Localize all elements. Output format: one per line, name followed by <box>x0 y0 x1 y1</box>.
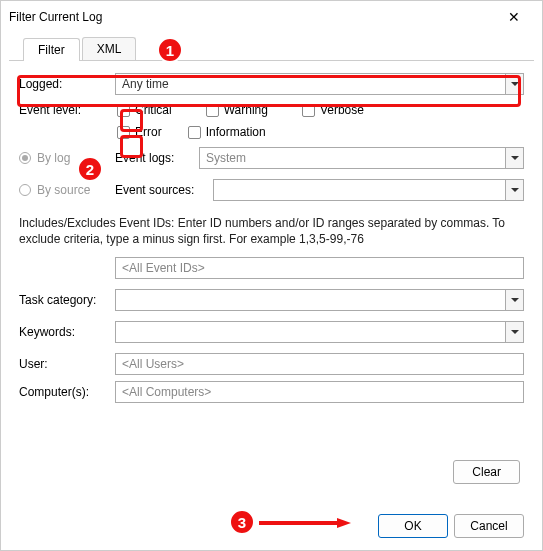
dialog-window: 1 2 3 Filter Current Log ✕ Filter XML Lo… <box>0 0 543 551</box>
radio-by-source: By source <box>19 183 115 197</box>
event-sources-drop-btn[interactable] <box>505 180 523 200</box>
label-computers: Computer(s): <box>19 385 115 399</box>
task-category-drop-btn[interactable] <box>505 290 523 310</box>
event-logs-select[interactable]: System <box>199 147 524 169</box>
checkbox-icon <box>117 104 130 117</box>
checkbox-label: Information <box>206 125 266 139</box>
annotation-badge-3: 3 <box>229 509 255 535</box>
label-event-logs: Event logs: <box>115 151 191 165</box>
event-ids-input[interactable]: <All Event IDs> <box>115 257 524 279</box>
computers-placeholder: <All Computers> <box>122 385 211 399</box>
close-button[interactable]: ✕ <box>494 1 534 33</box>
checkbox-warning[interactable]: Warning <box>206 103 268 117</box>
task-category-select[interactable] <box>115 289 524 311</box>
checkbox-icon <box>188 126 201 139</box>
close-icon: ✕ <box>508 9 520 25</box>
label-event-sources: Event sources: <box>115 183 205 197</box>
chevron-down-icon <box>511 330 519 334</box>
cancel-button[interactable]: Cancel <box>454 514 524 538</box>
computers-input[interactable]: <All Computers> <box>115 381 524 403</box>
event-ids-placeholder: <All Event IDs> <box>122 261 205 275</box>
user-placeholder: <All Users> <box>122 357 184 371</box>
checkbox-label: Error <box>135 125 162 139</box>
logged-select[interactable]: Any time <box>115 73 524 95</box>
label-event-level: Event level: <box>19 103 115 117</box>
event-level-group: Critical Warning Verbose Error Info <box>115 103 524 139</box>
checkbox-verbose[interactable]: Verbose <box>302 103 364 117</box>
checkbox-icon <box>206 104 219 117</box>
label-user: User: <box>19 357 115 371</box>
label-keywords: Keywords: <box>19 325 115 339</box>
checkbox-information[interactable]: Information <box>188 125 266 139</box>
logged-drop-btn[interactable] <box>505 74 523 94</box>
form-body: Logged: Any time Event level: Critical W… <box>1 61 542 415</box>
radio-icon <box>19 184 31 196</box>
tab-xml[interactable]: XML <box>82 37 137 60</box>
button-bar: OK Cancel <box>378 514 524 538</box>
label-logged: Logged: <box>19 77 115 91</box>
label-task-category: Task category: <box>19 293 115 307</box>
checkbox-error[interactable]: Error <box>117 125 162 139</box>
radio-label: By log <box>37 151 70 165</box>
event-sources-select[interactable] <box>213 179 524 201</box>
event-logs-value: System <box>206 151 246 165</box>
annotation-arrow <box>259 517 351 527</box>
checkbox-label: Verbose <box>320 103 364 117</box>
help-text: Includes/Excludes Event IDs: Enter ID nu… <box>19 205 524 253</box>
radio-icon <box>19 152 31 164</box>
radio-by-log: By log <box>19 151 115 165</box>
clear-bar: Clear <box>453 460 520 484</box>
user-input[interactable]: <All Users> <box>115 353 524 375</box>
logged-value: Any time <box>122 77 169 91</box>
checkbox-icon <box>117 126 130 139</box>
keywords-select[interactable] <box>115 321 524 343</box>
chevron-down-icon <box>511 82 519 86</box>
chevron-down-icon <box>511 156 519 160</box>
event-logs-drop-btn[interactable] <box>505 148 523 168</box>
chevron-down-icon <box>511 298 519 302</box>
svg-marker-1 <box>337 518 351 528</box>
ok-button[interactable]: OK <box>378 514 448 538</box>
checkbox-critical[interactable]: Critical <box>117 103 172 117</box>
radio-label: By source <box>37 183 90 197</box>
chevron-down-icon <box>511 188 519 192</box>
checkbox-icon <box>302 104 315 117</box>
tab-strip: Filter XML <box>9 33 534 61</box>
titlebar: Filter Current Log ✕ <box>1 1 542 33</box>
clear-button[interactable]: Clear <box>453 460 520 484</box>
keywords-drop-btn[interactable] <box>505 322 523 342</box>
window-title: Filter Current Log <box>9 10 494 24</box>
tab-filter[interactable]: Filter <box>23 38 80 61</box>
checkbox-label: Warning <box>224 103 268 117</box>
checkbox-label: Critical <box>135 103 172 117</box>
